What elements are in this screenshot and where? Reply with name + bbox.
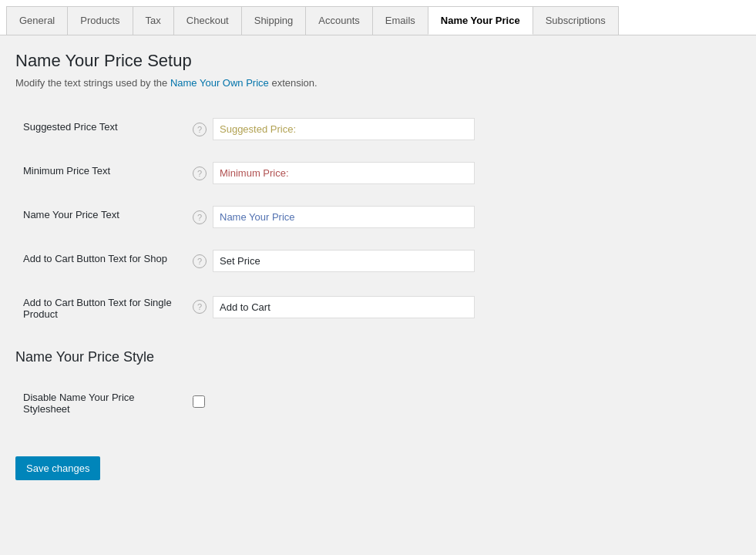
- checkbox-field-row: [193, 395, 733, 408]
- field-input-row-minimum-price-text: ?: [193, 162, 733, 184]
- field-label-name-your-price-text: Name Your Price Text: [23, 209, 119, 220]
- field-input-name-your-price-text[interactable]: [213, 206, 475, 228]
- field-input-minimum-price-text[interactable]: [213, 162, 475, 184]
- disable-stylesheet-row: Disable Name Your Price Stylesheet: [15, 378, 741, 426]
- tab-accounts[interactable]: Accounts: [305, 6, 372, 35]
- help-icon-minimum-price-text[interactable]: ?: [193, 166, 207, 180]
- tab-general[interactable]: General: [6, 6, 68, 35]
- save-changes-button[interactable]: Save changes: [15, 456, 100, 480]
- field-input-row-name-your-price-text: ?: [193, 206, 733, 228]
- disable-stylesheet-label: Disable Name Your Price Stylesheet: [23, 392, 135, 415]
- help-icon-add-to-cart-single[interactable]: ?: [193, 300, 207, 314]
- tab-emails[interactable]: Emails: [372, 6, 428, 35]
- field-row-add-to-cart-shop: Add to Cart Button Text for Shop?: [15, 239, 741, 283]
- description-link[interactable]: Name Your Own Price: [170, 77, 269, 89]
- disable-stylesheet-checkbox[interactable]: [193, 395, 205, 408]
- tab-checkout[interactable]: Checkout: [173, 6, 242, 35]
- field-input-row-add-to-cart-single: ?: [193, 296, 733, 318]
- field-input-add-to-cart-shop[interactable]: [213, 250, 475, 272]
- help-icon-name-your-price-text[interactable]: ?: [193, 210, 207, 224]
- tab-products[interactable]: Products: [67, 6, 133, 35]
- field-input-row-suggested-price-text: ?: [193, 118, 733, 140]
- field-row-add-to-cart-single: Add to Cart Button Text for Single Produ…: [15, 283, 741, 331]
- tab-shipping[interactable]: Shipping: [241, 6, 307, 35]
- help-icon-add-to-cart-shop[interactable]: ?: [193, 254, 207, 268]
- fields-table: Suggested Price Text?Minimum Price Text?…: [15, 107, 741, 331]
- tab-tax[interactable]: Tax: [133, 6, 174, 35]
- help-icon-suggested-price-text[interactable]: ?: [193, 123, 207, 136]
- field-label-add-to-cart-single: Add to Cart Button Text for Single Produ…: [23, 297, 172, 320]
- field-row-minimum-price-text: Minimum Price Text?: [15, 151, 741, 195]
- tabs-nav: GeneralProductsTaxCheckoutShippingAccoun…: [0, 0, 756, 35]
- field-input-row-add-to-cart-shop: ?: [193, 250, 733, 272]
- field-input-add-to-cart-single[interactable]: [213, 296, 475, 318]
- style-section-title: Name Your Price Style: [15, 349, 741, 365]
- field-label-add-to-cart-shop: Add to Cart Button Text for Shop: [23, 253, 167, 264]
- style-table: Disable Name Your Price Stylesheet: [15, 378, 741, 426]
- field-label-minimum-price-text: Minimum Price Text: [23, 165, 110, 177]
- page-description: Modify the text strings used by the Name…: [15, 77, 741, 89]
- page-title: Name Your Price Setup: [15, 51, 741, 71]
- tab-name-your-price[interactable]: Name Your Price: [428, 6, 533, 35]
- field-row-suggested-price-text: Suggested Price Text?: [15, 107, 741, 151]
- field-input-suggested-price-text[interactable]: [213, 118, 475, 140]
- tab-subscriptions[interactable]: Subscriptions: [533, 6, 619, 35]
- field-row-name-your-price-text: Name Your Price Text?: [15, 195, 741, 239]
- field-label-suggested-price-text: Suggested Price Text: [23, 121, 118, 133]
- main-content: Name Your Price Setup Modify the text st…: [0, 35, 756, 529]
